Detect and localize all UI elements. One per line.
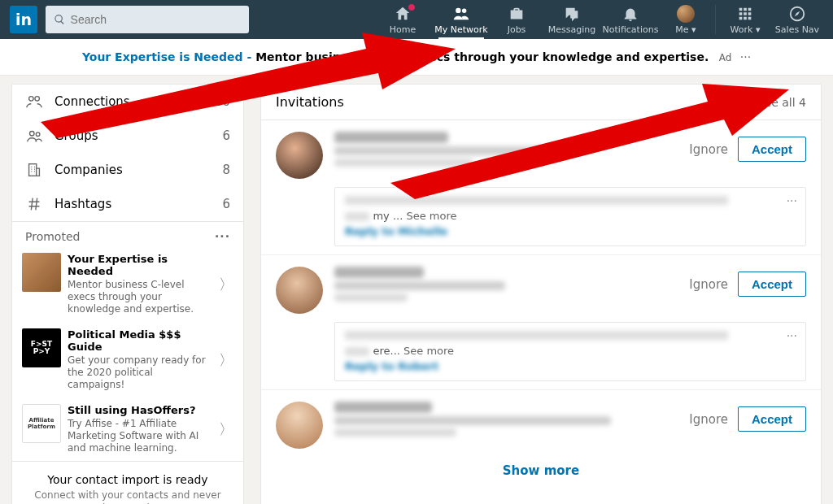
promo-desc: Get your company ready for the 2020 poli… (68, 354, 212, 391)
blurred-headline (334, 146, 546, 155)
contact-import-card: Your contact import is ready Connect wit… (12, 462, 243, 504)
sidebar-label: Connections (55, 94, 195, 109)
accept-button[interactable]: Accept (738, 137, 806, 162)
linkedin-logo[interactable]: in (10, 6, 37, 33)
compass-icon (788, 5, 806, 23)
promo-title: Still using HasOffers? (68, 404, 212, 416)
see-all-link[interactable]: See all 4 (757, 96, 806, 109)
promo-title: Political Media $$$ Guide (68, 328, 212, 353)
promo-desc: Mentor business C-level execs through yo… (68, 279, 212, 315)
message-menu-icon[interactable]: ··· (787, 329, 797, 342)
ad-tag: Ad (719, 52, 732, 63)
invitation-item: Ignore Accept ··· my ... See more Reply … (261, 120, 821, 255)
avatar-icon (677, 5, 695, 23)
message-menu-icon[interactable]: ··· (787, 194, 797, 207)
reply-link[interactable]: Reply to Robert (345, 360, 796, 372)
see-more-link[interactable]: See more (406, 210, 456, 222)
blurred-mutual (334, 428, 456, 437)
messaging-icon (563, 5, 581, 23)
promo-item[interactable]: F>ST P>Y Political Media $$$ Guide Get y… (12, 322, 243, 398)
nav-sales-nav[interactable]: Sales Nav (771, 0, 823, 39)
svg-point-3 (36, 133, 40, 137)
blurred-message-line (345, 347, 369, 356)
search-box[interactable] (46, 6, 249, 33)
top-nav: in Home My Network Jobs Messaging Notifi… (0, 0, 833, 39)
accept-button[interactable]: Accept (738, 272, 806, 297)
reply-link[interactable]: Reply to Michelle (345, 225, 796, 237)
hashtag-icon (25, 195, 43, 213)
nav-jobs[interactable]: Jobs (491, 0, 543, 39)
invitation-message-box: ··· ere... See more Reply to Robert (334, 322, 806, 381)
promo-item[interactable]: Affiliate Platform Still using HasOffers… (12, 398, 243, 461)
invitations-header: Invitations See all 4 (261, 85, 821, 120)
promoted-header: Promoted ··· (12, 222, 243, 246)
blurred-mutual (334, 159, 473, 167)
nav-label: My Network (434, 24, 487, 35)
sidebar-label: Groups (55, 128, 222, 143)
nav-notifications[interactable]: Notifications (601, 0, 660, 39)
show-more-button[interactable]: Show more (261, 452, 821, 489)
notification-badge-icon (408, 3, 416, 11)
avatar[interactable] (276, 267, 323, 314)
promo-image (22, 253, 61, 292)
search-input[interactable] (71, 13, 241, 26)
ad-menu-icon[interactable]: ··· (740, 50, 751, 63)
sidebar-count: 8 (222, 163, 230, 177)
nav-me[interactable]: Me ▾ (660, 0, 712, 39)
nav-work[interactable]: Work ▾ (719, 0, 771, 39)
briefcase-icon (508, 5, 526, 23)
svg-rect-4 (29, 164, 37, 176)
blurred-headline (334, 281, 505, 290)
promo-item[interactable]: Your Expertise is Needed Mentor business… (12, 246, 243, 322)
import-desc: Connect with your contacts and never los… (25, 489, 230, 504)
nav-items: Home My Network Jobs Messaging Notificat… (373, 0, 823, 39)
sidebar-companies[interactable]: Companies 8 (12, 153, 243, 187)
company-icon (25, 161, 43, 179)
sidebar-count: 6 (222, 197, 230, 211)
nav-messaging[interactable]: Messaging (543, 0, 601, 39)
blurred-message-line (345, 212, 369, 221)
message-tail: ere... See more (373, 345, 454, 357)
sidebar-hashtags[interactable]: Hashtags 6 (12, 187, 243, 221)
invitation-item: Ignore Accept (261, 390, 821, 452)
invitations-title: Invitations (276, 94, 344, 110)
sidebar-groups[interactable]: Groups 6 (12, 119, 243, 153)
svg-point-0 (29, 97, 34, 102)
chevron-right-icon: 〉 (219, 275, 233, 294)
blurred-mutual (334, 293, 408, 302)
blurred-headline (334, 416, 611, 425)
invitation-message-box: ··· my ... See more Reply to Michelle (334, 187, 806, 246)
connections-icon (25, 93, 43, 111)
sidebar-connections[interactable]: Connections 1,060 (12, 85, 243, 119)
promoted-menu-icon[interactable]: ··· (215, 230, 230, 243)
message-tail: my ... See more (373, 210, 456, 222)
ad-link[interactable]: Your Expertise is Needed - (82, 50, 255, 63)
nav-my-network[interactable]: My Network (432, 0, 491, 39)
ad-text: Mentor business C-level execs through yo… (255, 50, 709, 63)
invitation-item: Ignore Accept ··· ere... See more Reply … (261, 255, 821, 390)
ignore-button[interactable]: Ignore (689, 277, 728, 292)
svg-point-1 (35, 97, 39, 102)
nav-label: Work ▾ (731, 24, 761, 35)
people-icon (452, 5, 470, 23)
ad-bar: Your Expertise is Needed - Mentor busine… (0, 39, 833, 76)
promoted-label: Promoted (25, 230, 80, 243)
blurred-name (334, 402, 432, 413)
nav-label: Messaging (548, 24, 595, 35)
nav-label: Home (390, 24, 416, 35)
blurred-message-line (345, 331, 728, 340)
bell-icon (621, 5, 639, 23)
ignore-button[interactable]: Ignore (689, 142, 728, 157)
avatar[interactable] (276, 132, 323, 179)
nav-label: Notifications (603, 24, 659, 35)
avatar[interactable] (276, 402, 323, 449)
manage-network-sidebar: Connections 1,060 Groups 6 Companies 8 H… (11, 84, 244, 504)
ignore-button[interactable]: Ignore (689, 412, 728, 427)
chevron-right-icon: 〉 (219, 419, 233, 439)
import-title: Your contact import is ready (25, 473, 230, 486)
accept-button[interactable]: Accept (738, 406, 806, 432)
see-more-link[interactable]: See more (403, 345, 454, 357)
svg-point-2 (30, 132, 35, 137)
chevron-right-icon: 〉 (219, 350, 233, 370)
nav-home[interactable]: Home (373, 0, 432, 39)
